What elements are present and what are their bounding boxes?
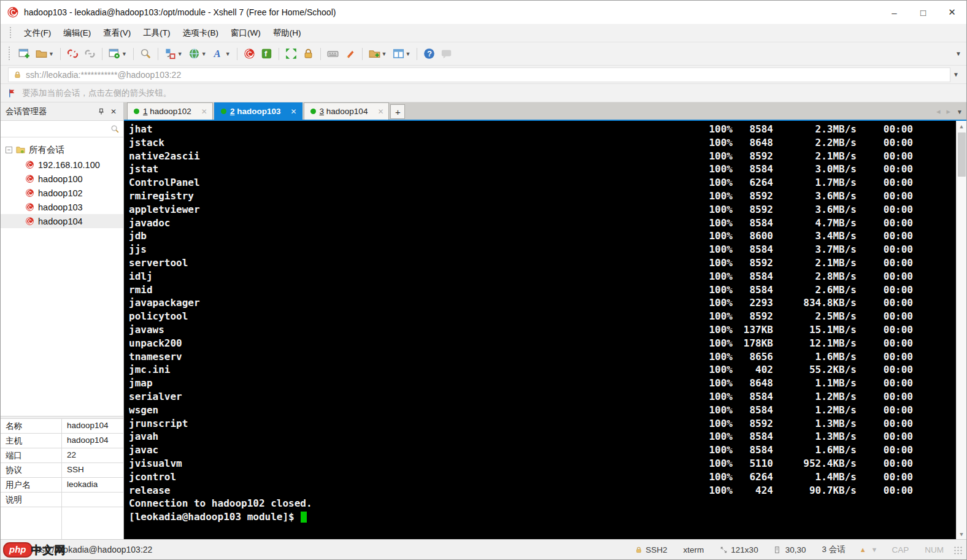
file-name: rmid (129, 283, 697, 297)
tree-expander-icon[interactable]: − (6, 147, 12, 153)
transfer-size: 8648 (733, 377, 773, 390)
resize-grip[interactable] (954, 547, 963, 555)
scroll-up-icon[interactable]: ▲ (957, 121, 966, 131)
transfer-size: 8600 (733, 229, 773, 243)
transfer-speed: 1.6MB/s (773, 443, 857, 457)
tab-hadoop103[interactable]: 2 hadoop103 ✕ (214, 102, 302, 120)
close-panel-icon[interactable]: ✕ (107, 105, 120, 118)
transfer-time: 00:00 (857, 190, 913, 203)
transfer-time: 00:00 (857, 150, 913, 163)
transfer-row: jrunscript 100% 8592 1.3MB/s 00:00 (129, 417, 913, 431)
transfer-row: wsgen 100% 8584 1.2MB/s 00:00 (129, 404, 913, 417)
session-tree-item[interactable]: 192.168.10.100 (1, 158, 123, 172)
tab-close-icon[interactable]: ✕ (201, 107, 207, 116)
transfer-time: 00:00 (857, 229, 913, 243)
tab-hadoop102[interactable]: 1 hadoop102 ✕ (127, 102, 213, 120)
drag-grip (9, 26, 12, 39)
tab-hadoop104[interactable]: 3 hadoop104 ✕ (304, 102, 390, 120)
open-folder-icon[interactable]: ▼ (33, 45, 56, 62)
arrow-down-icon[interactable]: ▼ (871, 546, 878, 553)
menu-item[interactable]: 窗口(W) (225, 25, 267, 41)
property-filler (1, 507, 123, 539)
split-view-icon[interactable]: ▼ (390, 45, 414, 62)
highlight-icon[interactable] (342, 45, 358, 62)
menu-item[interactable]: 帮助(H) (267, 25, 307, 41)
lock-icon[interactable] (300, 45, 317, 62)
session-tree-item[interactable]: hadoop100 (1, 172, 123, 186)
terminal-scrollbar[interactable]: ▲ ▼ (956, 121, 966, 539)
session-list: 192.168.10.100 hadoop100 hadoop102 hadoo… (1, 158, 123, 228)
transfer-percent: 100% (697, 136, 733, 150)
session-properties-icon[interactable]: ▼ (106, 45, 129, 62)
session-tree-item[interactable]: hadoop103 (1, 200, 123, 214)
new-file-icon[interactable]: ▼ (366, 45, 390, 62)
folder-icon (15, 145, 26, 155)
tab-close-icon[interactable]: ✕ (377, 107, 383, 116)
file-name: javaws (129, 323, 697, 337)
transfer-speed: 3.6MB/s (773, 190, 857, 203)
session-manager-title: 会话管理器 (6, 106, 95, 117)
transfer-percent: 100% (697, 190, 733, 203)
status-protocol: SSH2 (627, 545, 675, 554)
toolbar-overflow-caret[interactable]: ▼ (955, 50, 961, 57)
disconnect-icon[interactable] (64, 45, 81, 62)
transfer-size: 8592 (733, 150, 773, 163)
session-tree-item[interactable]: hadoop104 (1, 214, 123, 228)
address-input[interactable]: ssh://leokadia:***********@hadoop103:22 (8, 67, 950, 82)
toolbar-separator (60, 48, 61, 60)
maximize-button[interactable]: □ (909, 1, 938, 24)
property-value: 22 (62, 448, 123, 462)
resize-icon (720, 546, 728, 554)
transfer-percent: 100% (697, 337, 733, 350)
scrollbar-thumb[interactable] (958, 132, 966, 177)
session-status-dot (310, 109, 316, 114)
transfer-speed: 2.1MB/s (773, 150, 857, 163)
arrow-up-icon[interactable]: ▲ (860, 546, 866, 553)
xftp-icon[interactable]: f (258, 45, 275, 62)
tab-scroll-right-icon[interactable]: ▸ (946, 107, 950, 116)
tab-list-caret[interactable]: ▼ (957, 109, 963, 115)
new-session-icon[interactable] (16, 45, 33, 62)
session-manager-header: 会话管理器 ✕ (1, 102, 123, 121)
toolbar-separator (362, 48, 363, 60)
toolbar-separator (158, 48, 158, 60)
reconnect-icon[interactable] (82, 45, 98, 62)
terminal[interactable]: jhat 100% 8584 2.3MB/s 00:00 jstack 100%… (124, 121, 966, 539)
font-icon[interactable]: A▼ (210, 45, 233, 62)
menu-item[interactable]: 编辑(E) (57, 25, 97, 41)
menu-item[interactable]: 查看(V) (97, 25, 137, 41)
tree-root-all-sessions[interactable]: − 所有会话 (1, 142, 123, 158)
pin-icon[interactable] (95, 105, 107, 118)
help-icon[interactable]: ? (421, 45, 437, 62)
find-icon[interactable] (137, 45, 154, 62)
minimize-button[interactable]: – (880, 1, 909, 24)
menu-item[interactable]: 选项卡(B) (177, 25, 225, 41)
address-dropdown-caret[interactable]: ▼ (950, 71, 961, 78)
status-session-count[interactable]: 3 会话 (814, 544, 853, 555)
menu-item[interactable]: 文件(F) (18, 25, 57, 41)
tab-nav-arrows[interactable]: ◂ ▸ (936, 107, 950, 116)
close-button[interactable]: ✕ (938, 1, 966, 24)
web-icon[interactable]: ▼ (186, 45, 209, 62)
xshell-icon[interactable] (241, 45, 258, 62)
tab-close-icon[interactable]: ✕ (290, 107, 296, 116)
svg-text:?: ? (427, 49, 432, 58)
fullscreen-icon[interactable] (283, 45, 299, 62)
session-tree-item[interactable]: hadoop102 (1, 186, 123, 200)
virtual-keyboard-icon[interactable] (325, 45, 341, 62)
file-name: jmap (129, 377, 697, 390)
menu-item[interactable]: 工具(T) (137, 25, 176, 41)
transfer-row: appletviewer 100% 8592 3.6MB/s 00:00 (129, 203, 913, 217)
property-label: 说明 (1, 493, 62, 507)
transfer-row: javac 100% 8584 1.6MB/s 00:00 (129, 443, 913, 457)
compose-icon[interactable]: ▼ (162, 45, 185, 62)
status-term-type[interactable]: xterm (676, 545, 712, 554)
transfer-time: 00:00 (857, 270, 913, 283)
new-tab-button[interactable]: + (390, 104, 405, 119)
message-icon[interactable] (438, 45, 455, 62)
transfer-speed: 1.6MB/s (773, 350, 857, 364)
tab-scroll-left-icon[interactable]: ◂ (936, 107, 941, 116)
scroll-down-icon[interactable]: ▼ (957, 529, 966, 539)
session-search-box[interactable] (1, 121, 123, 137)
tree-root-label: 所有会话 (29, 144, 64, 156)
